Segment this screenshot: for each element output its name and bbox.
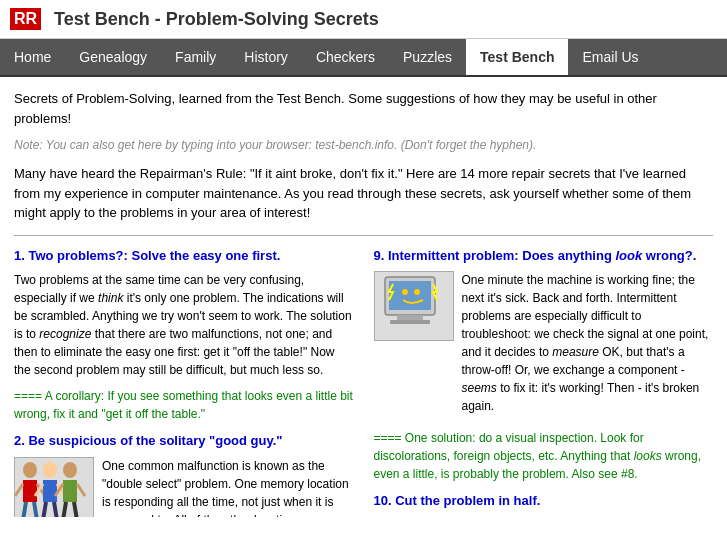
section-2-body: One common malfunction is known as the "… — [102, 457, 354, 518]
svg-line-11 — [54, 502, 57, 518]
nav-item-email-us[interactable]: Email Us — [568, 39, 652, 75]
svg-rect-13 — [63, 480, 77, 502]
svg-line-15 — [77, 484, 85, 496]
svg-point-0 — [23, 462, 37, 478]
logo-box: RR — [10, 8, 41, 30]
svg-line-4 — [23, 502, 26, 518]
section-9-heading: 9. Intermittent problem: Does anything l… — [374, 246, 714, 266]
svg-rect-24 — [389, 281, 431, 310]
page-header: RR Test Bench - Problem-Solving Secrets — [0, 0, 727, 39]
svg-line-10 — [43, 502, 46, 518]
nav-item-history[interactable]: History — [230, 39, 302, 75]
nav-item-puzzles[interactable]: Puzzles — [389, 39, 466, 75]
svg-line-16 — [63, 502, 66, 518]
main-nav: HomeGenealogyFamilyHistoryCheckersPuzzle… — [0, 39, 727, 77]
svg-rect-26 — [390, 320, 430, 324]
nav-item-genealogy[interactable]: Genealogy — [65, 39, 161, 75]
svg-line-17 — [74, 502, 77, 518]
svg-point-6 — [43, 462, 57, 478]
section-9-corollary: ==== One solution: do a visual inspectio… — [374, 429, 714, 483]
page-title: Test Bench - Problem-Solving Secrets — [54, 9, 379, 30]
svg-line-5 — [34, 502, 37, 518]
svg-rect-7 — [43, 480, 57, 502]
svg-rect-1 — [23, 480, 37, 502]
section-10-body: There are only a finite number of compon… — [374, 517, 714, 518]
svg-point-27 — [402, 289, 408, 295]
svg-line-2 — [15, 484, 23, 496]
nav-item-test-bench[interactable]: Test Bench — [466, 39, 568, 75]
divider — [14, 235, 713, 236]
section-1-body: Two problems at the same time can be ver… — [14, 271, 354, 379]
section-9-content: One minute the machine is working fine; … — [374, 271, 714, 423]
section-2-content: One common malfunction is known as the "… — [14, 457, 354, 518]
section-1-heading: 1. Two problems?: Solve the easy one fir… — [14, 246, 354, 266]
nav-item-checkers[interactable]: Checkers — [302, 39, 389, 75]
section-1-corollary: ==== A corollary: If you see something t… — [14, 387, 354, 423]
section-2-heading: 2. Be suspicious of the solitary "good g… — [14, 431, 354, 451]
content-columns: 1. Two problems?: Solve the easy one fir… — [14, 246, 713, 518]
section-10-heading: 10. Cut the problem in half. — [374, 491, 714, 511]
section-9-body: One minute the machine is working fine; … — [462, 271, 714, 415]
people-image — [14, 457, 94, 518]
nav-item-home[interactable]: Home — [0, 39, 65, 75]
main-desc: Many have heard the Repairman's Rule: "I… — [14, 164, 713, 223]
intro-text: Secrets of Problem-Solving, learned from… — [14, 89, 713, 128]
left-column: 1. Two problems?: Solve the easy one fir… — [14, 246, 354, 518]
svg-point-12 — [63, 462, 77, 478]
nav-item-family[interactable]: Family — [161, 39, 230, 75]
svg-rect-25 — [397, 315, 423, 320]
svg-point-28 — [414, 289, 420, 295]
right-column: 9. Intermittent problem: Does anything l… — [374, 246, 714, 518]
main-content: Secrets of Problem-Solving, learned from… — [0, 77, 727, 517]
logo: RR — [10, 8, 44, 30]
note-text: Note: You can also get here by typing in… — [14, 136, 713, 154]
computer-image — [374, 271, 454, 341]
